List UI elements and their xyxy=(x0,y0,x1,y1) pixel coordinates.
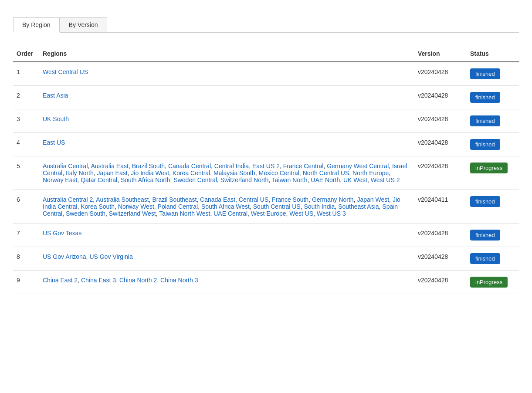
table-row: 9China East 2, China East 3, China North… xyxy=(13,271,519,294)
region-link[interactable]: West Central US xyxy=(43,68,88,75)
tab-by-region[interactable]: By Region xyxy=(13,17,60,33)
region-link[interactable]: Brazil South xyxy=(132,163,165,169)
region-link[interactable]: China North 3 xyxy=(160,277,198,284)
region-link[interactable]: Australia East xyxy=(91,163,129,169)
region-link[interactable]: China East 3 xyxy=(81,277,116,284)
cell-regions: East Asia xyxy=(39,86,414,109)
region-link[interactable]: Canada East xyxy=(200,196,235,203)
region-link[interactable]: US Gov Texas xyxy=(43,230,81,237)
cell-regions: UK South xyxy=(39,109,414,133)
cell-regions: East US xyxy=(39,133,414,156)
region-link[interactable]: Korea South xyxy=(81,203,115,210)
col-header-regions: Regions xyxy=(39,46,414,62)
cell-version: v20240428 xyxy=(414,156,467,190)
cell-regions: US Gov Texas xyxy=(39,224,414,247)
region-link[interactable]: China North 2 xyxy=(119,277,157,284)
cell-status: finished xyxy=(467,62,519,86)
table-row: 1West Central USv20240428finished xyxy=(13,62,519,86)
region-link[interactable]: UK West xyxy=(343,176,367,183)
region-link[interactable]: Australia Central 2 xyxy=(43,196,93,203)
cell-version: v20240428 xyxy=(414,224,467,247)
region-link[interactable]: Switzerland West xyxy=(109,210,156,217)
cell-version: v20240428 xyxy=(414,62,467,86)
cell-order: 6 xyxy=(13,190,39,224)
cell-status: inProgress xyxy=(467,156,519,190)
status-badge: finished xyxy=(470,230,500,241)
region-link[interactable]: Sweden Central xyxy=(173,176,217,183)
cell-version: v20240428 xyxy=(414,247,467,271)
region-link[interactable]: East Asia xyxy=(43,92,68,99)
region-link[interactable]: Canada Central xyxy=(168,163,211,169)
cell-order: 9 xyxy=(13,271,39,294)
region-link[interactable]: France Central xyxy=(283,163,324,169)
status-badge: finished xyxy=(470,115,500,126)
status-badge: finished xyxy=(470,92,500,103)
region-link[interactable]: Qatar Central xyxy=(81,176,117,183)
table-header-row: Order Regions Version Status xyxy=(13,46,519,62)
cell-regions: Australia Central 2, Australia Southeast… xyxy=(39,190,414,224)
region-link[interactable]: South Africa North xyxy=(121,176,170,183)
region-link[interactable]: Germany West Central xyxy=(327,163,389,169)
region-link[interactable]: West Europe xyxy=(251,210,286,217)
region-link[interactable]: Taiwan North West xyxy=(159,210,210,217)
cell-order: 1 xyxy=(13,62,39,86)
region-link[interactable]: Japan East xyxy=(97,169,128,176)
status-badge: inProgress xyxy=(470,277,508,288)
tabs-container: By Region By Version xyxy=(13,17,519,33)
cell-version: v20240411 xyxy=(414,190,467,224)
region-link[interactable]: Australia Southeast xyxy=(96,196,149,203)
region-link[interactable]: Brazil Southeast xyxy=(152,196,197,203)
region-link[interactable]: Switzerland North xyxy=(220,176,269,183)
region-link[interactable]: Korea Central xyxy=(173,169,210,176)
region-link[interactable]: US Gov Virginia xyxy=(89,253,132,260)
region-link[interactable]: Poland Central xyxy=(158,203,198,210)
region-link[interactable]: Italy North xyxy=(66,169,94,176)
region-link[interactable]: Japan West xyxy=(357,196,389,203)
region-link[interactable]: Southeast Asia xyxy=(338,203,379,210)
region-link[interactable]: West US 2 xyxy=(371,176,400,183)
region-link[interactable]: Malaysia South xyxy=(213,169,255,176)
cell-status: finished xyxy=(467,190,519,224)
status-badge: inProgress xyxy=(470,163,508,173)
region-link[interactable]: Taiwan North xyxy=(272,176,308,183)
status-badge: finished xyxy=(470,196,500,207)
cell-order: 8 xyxy=(13,247,39,271)
cell-version: v20240428 xyxy=(414,109,467,133)
cell-order: 2 xyxy=(13,86,39,109)
region-link[interactable]: South Africa West xyxy=(201,203,250,210)
region-link[interactable]: Mexico Central xyxy=(258,169,299,176)
region-link[interactable]: West US xyxy=(289,210,313,217)
region-link[interactable]: France South xyxy=(272,196,308,203)
region-link[interactable]: UAE North xyxy=(311,176,340,183)
cell-status: inProgress xyxy=(467,271,519,294)
cell-status: finished xyxy=(467,133,519,156)
region-link[interactable]: Jio India West xyxy=(131,169,169,176)
region-link[interactable]: West US 3 xyxy=(317,210,346,217)
region-link[interactable]: South India xyxy=(304,203,335,210)
region-link[interactable]: Sweden South xyxy=(66,210,105,217)
region-link[interactable]: Central US xyxy=(239,196,268,203)
cell-version: v20240428 xyxy=(414,86,467,109)
cell-order: 4 xyxy=(13,133,39,156)
table-row: 4East USv20240428finished xyxy=(13,133,519,156)
region-link[interactable]: North Europe xyxy=(352,169,389,176)
region-link[interactable]: Australia Central xyxy=(43,163,88,169)
region-link[interactable]: East US xyxy=(43,139,65,146)
region-link[interactable]: UAE Central xyxy=(213,210,247,217)
table-row: 7US Gov Texasv20240428finished xyxy=(13,224,519,247)
cell-order: 7 xyxy=(13,224,39,247)
table-row: 3UK Southv20240428finished xyxy=(13,109,519,133)
region-link[interactable]: UK South xyxy=(43,115,69,122)
region-link[interactable]: Germany North xyxy=(312,196,354,203)
region-link[interactable]: Norway East xyxy=(43,176,77,183)
cell-version: v20240428 xyxy=(414,271,467,294)
region-link[interactable]: Norway West xyxy=(118,203,154,210)
region-link[interactable]: US Gov Arizona xyxy=(43,253,86,260)
region-link[interactable]: Central India xyxy=(214,163,249,169)
region-link[interactable]: North Central US xyxy=(303,169,349,176)
col-header-version: Version xyxy=(414,46,467,62)
region-link[interactable]: East US 2 xyxy=(252,163,280,169)
region-link[interactable]: South Central US xyxy=(253,203,301,210)
tab-by-version[interactable]: By Version xyxy=(60,17,107,32)
region-link[interactable]: China East 2 xyxy=(43,277,78,284)
